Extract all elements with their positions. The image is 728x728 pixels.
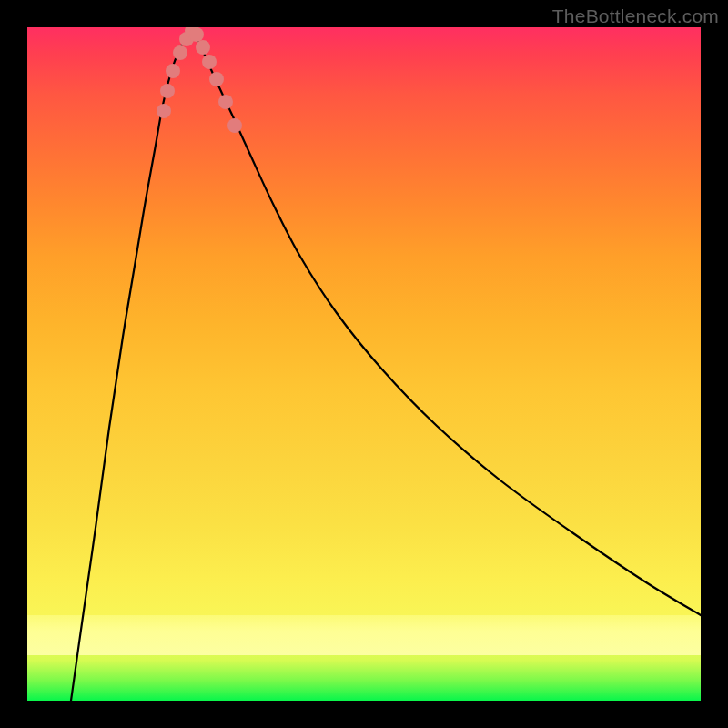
highlight-dot: [160, 84, 175, 98]
highlight-dot: [228, 118, 242, 133]
plot-area: [27, 27, 701, 701]
highlight-dot: [166, 64, 180, 78]
curve-group: [71, 29, 701, 701]
curve-layer: [27, 27, 701, 701]
watermark-text: TheBottleneck.com: [552, 5, 719, 27]
bottleneck-curve: [71, 29, 701, 701]
highlight-dot: [189, 27, 204, 42]
highlight-dot: [202, 55, 217, 69]
highlight-dot: [209, 72, 224, 86]
highlight-dot: [196, 40, 210, 55]
highlight-dot: [218, 95, 233, 109]
highlight-dot: [157, 104, 171, 118]
chart-frame: TheBottleneck.com: [0, 0, 728, 728]
highlight-dot: [173, 46, 187, 60]
